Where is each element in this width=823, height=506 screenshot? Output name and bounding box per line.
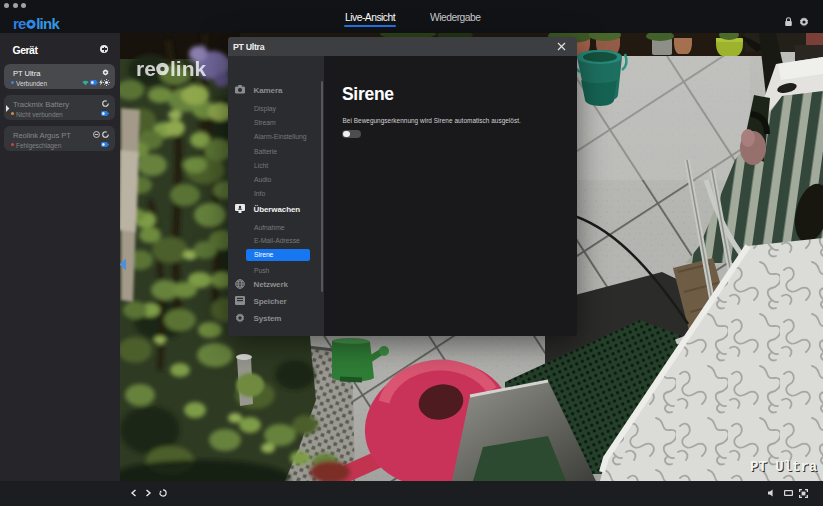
svg-text:link: link [170, 57, 206, 80]
svg-text:re: re [136, 57, 156, 80]
svg-text:link: link [36, 15, 60, 32]
svg-text:PT Ultra: PT Ultra [750, 459, 818, 475]
svg-text:re: re [13, 15, 26, 32]
